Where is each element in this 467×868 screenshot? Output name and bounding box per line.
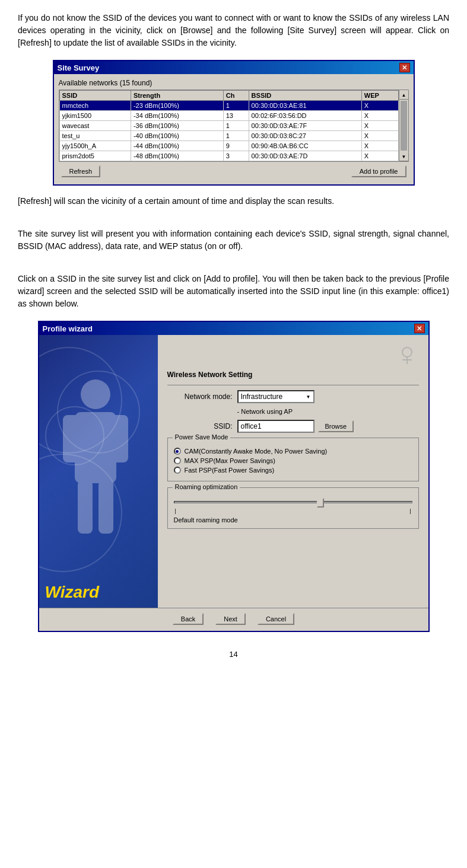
scroll-thumb[interactable] <box>401 101 407 151</box>
browse-button[interactable]: Browse <box>318 420 354 432</box>
table-row[interactable]: mmctech-23 dBm(100%)100:30:0D:03:AE:81X <box>59 101 398 111</box>
col-ch: Ch <box>223 91 249 101</box>
col-bssid: BSSID <box>249 91 361 101</box>
profile-wizard-screenshot: Profile wizard ✕ <box>18 321 449 632</box>
site-survey-info-paragraph: The site survey list will present you wi… <box>18 228 449 253</box>
col-wep: WEP <box>361 91 398 101</box>
col-strength: Strength <box>131 91 223 101</box>
site-survey-titlebar: Site Survey ✕ <box>54 61 414 74</box>
roaming-sublabel: Default roaming mode <box>174 516 412 524</box>
roaming-label: Roaming optimization <box>173 483 240 490</box>
table-scrollbar[interactable]: ▲ ▼ <box>399 90 408 161</box>
svg-rect-1 <box>75 412 116 483</box>
slider-ticks: | | <box>174 508 412 514</box>
roaming-slider-track[interactable] <box>174 501 412 503</box>
cam-radio-dot <box>176 450 179 453</box>
group-spacer <box>174 442 412 448</box>
intro-paragraph: If you do not know the SSID of the devic… <box>18 12 449 49</box>
wizard-label: Wizard <box>45 583 100 602</box>
site-survey-window: Site Survey ✕ Available networks (15 fou… <box>53 60 415 186</box>
wizard-footer: Back Next Cancel <box>39 608 428 631</box>
site-survey-body: Available networks (15 found) SSID Stren… <box>54 74 414 184</box>
next-button[interactable]: Next <box>215 613 246 625</box>
profile-wizard-title-area: Profile wizard <box>43 324 93 333</box>
svg-rect-4 <box>78 480 93 534</box>
cancel-button[interactable]: Cancel <box>258 613 294 625</box>
network-mode-note: - Network using AP <box>237 408 419 415</box>
svg-rect-5 <box>99 480 113 534</box>
tick-left: | <box>175 508 176 514</box>
network-mode-label: Network mode: <box>167 392 233 401</box>
add-profile-desc-paragraph: Click on a SSID in the site survey list … <box>18 273 449 310</box>
ssid-label: SSID: <box>167 422 233 430</box>
profile-wizard-close-btn[interactable]: ✕ <box>414 324 425 333</box>
site-survey-title-area: Site Survey <box>58 63 100 72</box>
network-mode-dropdown[interactable]: Infrastructure ▼ <box>237 390 314 403</box>
table-row[interactable]: prism2dot5-48 dBm(100%)300:30:0D:03:AE:7… <box>59 151 398 161</box>
svg-point-6 <box>402 347 412 357</box>
svg-point-0 <box>81 379 110 409</box>
max-psp-radio[interactable] <box>174 457 181 464</box>
site-survey-title: Site Survey <box>58 63 100 72</box>
roaming-group: Roaming optimization | | Default roaming… <box>167 487 419 529</box>
roaming-slider-container <box>174 501 412 503</box>
scroll-up-arrow[interactable]: ▲ <box>399 90 409 100</box>
site-survey-close-btn[interactable]: ✕ <box>399 63 410 72</box>
cam-option-row[interactable]: CAM(Constantly Awake Mode, No Power Savi… <box>174 448 412 455</box>
cam-radio[interactable] <box>174 448 181 455</box>
table-row[interactable]: yjkim1500-34 dBm(100%)1300:02:6F:03:56:D… <box>59 111 398 121</box>
max-psp-label: MAX PSP(Max Power Savings) <box>185 457 275 464</box>
site-survey-footer: Refresh Add to profile <box>59 162 409 180</box>
fast-psp-label: Fast PSP(Fast Power Savings) <box>185 467 275 474</box>
svg-rect-3 <box>110 415 128 462</box>
section-label: Wireless Network Setting <box>167 371 419 379</box>
power-save-group: Power Save Mode CAM(Constantly Awake Mod… <box>167 438 419 481</box>
roaming-slider-thumb[interactable] <box>317 498 324 508</box>
profile-wizard-titlebar: Profile wizard ✕ <box>39 322 428 335</box>
wizard-corner-icon <box>395 343 419 367</box>
ssid-input[interactable] <box>237 420 314 433</box>
refresh-button[interactable]: Refresh <box>61 165 101 177</box>
ssid-row: SSID: Browse <box>167 420 419 433</box>
wizard-icon-area <box>167 343 419 367</box>
wizard-right-panel: Wireless Network Setting Network mode: I… <box>158 335 428 608</box>
scroll-down-arrow[interactable]: ▼ <box>399 152 409 161</box>
network-mode-value: Infrastructure <box>241 392 283 401</box>
profile-wizard-title: Profile wizard <box>43 324 93 333</box>
table-row[interactable]: yjy1500h_A-44 dBm(100%)900:90:4B:0A:B6:C… <box>59 141 398 151</box>
max-psp-option-row[interactable]: MAX PSP(Max Power Savings) <box>174 457 412 464</box>
svg-rect-2 <box>63 415 81 462</box>
col-ssid: SSID <box>59 91 131 101</box>
wizard-left-panel: Wizard <box>39 335 158 608</box>
cam-label: CAM(Constantly Awake Mode, No Power Savi… <box>185 448 328 455</box>
wizard-body: Wizard Wireless Network Setting Network … <box>39 335 428 608</box>
refresh-desc-paragraph: [Refresh] will scan the vicinity of a ce… <box>18 195 449 208</box>
network-mode-row: Network mode: Infrastructure ▼ <box>167 390 419 403</box>
fast-psp-option-row[interactable]: Fast PSP(Fast Power Savings) <box>174 467 412 474</box>
add-to-profile-button[interactable]: Add to profile <box>351 165 406 177</box>
section-divider <box>167 385 419 385</box>
power-save-label: Power Save Mode <box>173 433 231 441</box>
tick-right: | <box>409 508 411 514</box>
table-row[interactable]: test_u-40 dBm(100%)100:30:0D:03:8C:27X <box>59 131 398 141</box>
available-networks-label: Available networks (15 found) <box>59 79 409 87</box>
networks-table: SSID Strength Ch BSSID WEP mmctech-23 dB… <box>59 90 399 161</box>
roaming-spacer <box>174 492 412 496</box>
back-button[interactable]: Back <box>173 613 204 625</box>
page-number: 14 <box>18 650 449 659</box>
wizard-figure <box>51 371 140 548</box>
networks-table-wrapper: SSID Strength Ch BSSID WEP mmctech-23 dB… <box>59 90 409 162</box>
dropdown-arrow-icon: ▼ <box>306 394 311 400</box>
fast-psp-radio[interactable] <box>174 467 181 474</box>
table-row[interactable]: wavecast-36 dBm(100%)100:30:0D:03:AE:7FX <box>59 121 398 131</box>
profile-wizard-window: Profile wizard ✕ <box>38 321 430 632</box>
site-survey-screenshot: Site Survey ✕ Available networks (15 fou… <box>18 60 449 186</box>
